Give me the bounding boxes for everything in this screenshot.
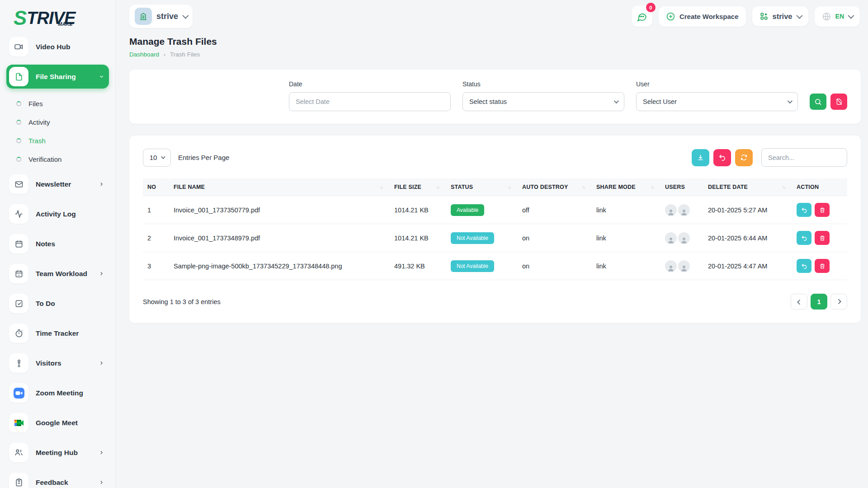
sidebar-item-time-tracker[interactable]: Time Tracker xyxy=(6,321,109,345)
sidebar-item-label: Notes xyxy=(36,240,55,248)
col-auto-destroy[interactable]: AUTO DESTROY↑↓ xyxy=(518,178,592,196)
sidebar-nav: Video Hub File Sharing Files Activity xyxy=(0,32,115,488)
sidebar-subitem-activity[interactable]: Activity xyxy=(6,113,109,131)
sort-icon[interactable]: ↑↓ xyxy=(508,185,513,190)
file-icon xyxy=(9,67,28,86)
breadcrumb: Dashboard › Trash Files xyxy=(129,51,861,58)
col-file-size[interactable]: FILE SIZE↑↓ xyxy=(390,178,446,196)
chat-bubble-icon xyxy=(636,11,647,22)
workspace-switcher-button[interactable]: strive xyxy=(129,5,193,28)
date-filter-input[interactable] xyxy=(289,92,451,111)
col-share-mode[interactable]: SHARE MODE↑↓ xyxy=(592,178,660,196)
user-filter-select[interactable]: Select User xyxy=(636,92,798,111)
create-workspace-button[interactable]: Create Workspace xyxy=(659,6,746,27)
cell-file-size: 491.32 KB xyxy=(390,252,446,280)
chat-button[interactable]: 0 xyxy=(632,6,652,27)
workspace-menu-button[interactable]: strive xyxy=(752,6,808,26)
workspace-switcher-label: strive xyxy=(156,12,178,21)
restore-all-button[interactable] xyxy=(713,149,731,166)
sidebar-subitem-trash[interactable]: Trash xyxy=(6,131,109,150)
trash-icon xyxy=(819,263,826,269)
entries-per-page-value: 10 xyxy=(150,154,157,161)
col-action: ACTION xyxy=(792,178,847,196)
create-workspace-label: Create Workspace xyxy=(679,13,739,20)
sidebar-item-team-workload[interactable]: Team Workload xyxy=(6,262,109,286)
col-delete-date[interactable]: DELETE DATE↑↓ xyxy=(703,178,792,196)
sidebar-item-visitors[interactable]: Visitors xyxy=(6,351,109,375)
sort-icon[interactable]: ↑↓ xyxy=(651,185,656,190)
sort-icon[interactable]: ↑↓ xyxy=(782,185,788,190)
showing-entries-text: Showing 1 to 3 of 3 entries xyxy=(143,298,221,305)
cell-share-mode: link xyxy=(592,196,660,224)
refresh-icon xyxy=(740,154,748,161)
breadcrumb-dashboard-link[interactable]: Dashboard xyxy=(129,51,159,58)
sort-icon[interactable]: ↑↓ xyxy=(380,185,385,190)
sidebar-item-to-do[interactable]: To Do xyxy=(6,291,109,315)
sidebar-item-notes[interactable]: Notes xyxy=(6,232,109,256)
delete-file-button[interactable] xyxy=(815,259,830,273)
cell-auto-destroy: on xyxy=(518,252,592,280)
sidebar-subitem-verification[interactable]: Verification xyxy=(6,150,109,169)
language-menu-button[interactable]: EN xyxy=(815,6,860,27)
search-icon xyxy=(814,98,822,106)
brand-logo-sub: MAKE xyxy=(58,21,72,27)
filter-date-group: Date xyxy=(289,80,451,111)
sidebar-item-file-sharing[interactable]: File Sharing xyxy=(6,65,109,89)
cell-delete-date: 20-01-2025 5:27 AM xyxy=(703,196,792,224)
table-header: NO FILE NAME↑↓ FILE SIZE↑↓ STATUS↑↓ AUTO… xyxy=(143,178,847,196)
sidebar-item-meeting-hub[interactable]: Meeting Hub xyxy=(6,441,109,465)
status-filter-select[interactable]: Select status xyxy=(462,92,624,111)
col-status[interactable]: STATUS↑↓ xyxy=(446,178,518,196)
refresh-button[interactable] xyxy=(735,149,753,166)
col-file-name[interactable]: FILE NAME↑↓ xyxy=(169,178,390,196)
bullet-icon xyxy=(16,120,21,125)
video-icon xyxy=(9,37,28,56)
brand-logo: S TRIVE MAKE xyxy=(0,0,115,32)
bullet-icon xyxy=(16,101,21,106)
chevron-right-icon xyxy=(99,360,104,366)
zoom-icon xyxy=(9,383,28,403)
sidebar-item-video-hub[interactable]: Video Hub xyxy=(6,35,109,59)
sidebar-subitem-files[interactable]: Files xyxy=(6,94,109,113)
delete-file-button[interactable] xyxy=(815,231,830,245)
trash-files-table: NO FILE NAME↑↓ FILE SIZE↑↓ STATUS↑↓ AUTO… xyxy=(143,178,847,280)
sort-icon[interactable]: ↑↓ xyxy=(436,185,442,190)
table-actions xyxy=(692,148,847,167)
topbar: strive 0 Create Workspace strive xyxy=(116,0,868,33)
delete-file-button[interactable] xyxy=(815,203,830,217)
sidebar-item-feedback[interactable]: Feedback xyxy=(6,470,109,488)
filter-user-label: User xyxy=(636,80,798,88)
entries-per-page-select[interactable]: 10 xyxy=(143,149,171,167)
export-download-button[interactable] xyxy=(692,149,709,166)
entries-per-page-label: Entries Per Page xyxy=(178,154,229,161)
breadcrumb-separator-icon: › xyxy=(164,52,165,58)
chevron-left-icon xyxy=(797,300,802,305)
sidebar-subitem-label: Files xyxy=(28,100,43,108)
status-filter-value: Select status xyxy=(469,98,507,105)
page-1-button[interactable]: 1 xyxy=(811,294,827,310)
table-search-input[interactable] xyxy=(761,148,847,167)
sidebar-item-newsletter[interactable]: Newsletter xyxy=(6,172,109,196)
sidebar-item-label: Newsletter xyxy=(36,180,71,188)
chevron-down-icon xyxy=(614,99,619,103)
filter-off-icon xyxy=(835,98,843,105)
next-page-button[interactable] xyxy=(830,294,847,310)
pagination: 1 xyxy=(791,294,847,310)
prev-page-button[interactable] xyxy=(791,294,807,310)
sort-icon[interactable]: ↑↓ xyxy=(582,185,587,190)
status-badge: Not Available xyxy=(451,260,494,272)
clear-filter-button[interactable] xyxy=(830,94,847,110)
filter-status-group: Status Select status xyxy=(462,80,624,111)
sidebar-item-google-meet[interactable]: Google Meet xyxy=(6,411,109,435)
restore-file-button[interactable] xyxy=(797,203,811,217)
chevron-right-icon xyxy=(836,299,841,304)
cell-file-size: 1014.21 KB xyxy=(390,196,446,224)
sidebar-item-zoom-meeting[interactable]: Zoom Meeting xyxy=(6,381,109,405)
sidebar-item-activity-log[interactable]: Activity Log xyxy=(6,202,109,226)
avatar xyxy=(665,232,677,244)
restore-file-button[interactable] xyxy=(797,231,811,245)
restore-file-button[interactable] xyxy=(797,259,811,273)
bullet-icon xyxy=(16,138,21,143)
user-avatars xyxy=(665,232,699,244)
search-filter-button[interactable] xyxy=(810,94,826,110)
